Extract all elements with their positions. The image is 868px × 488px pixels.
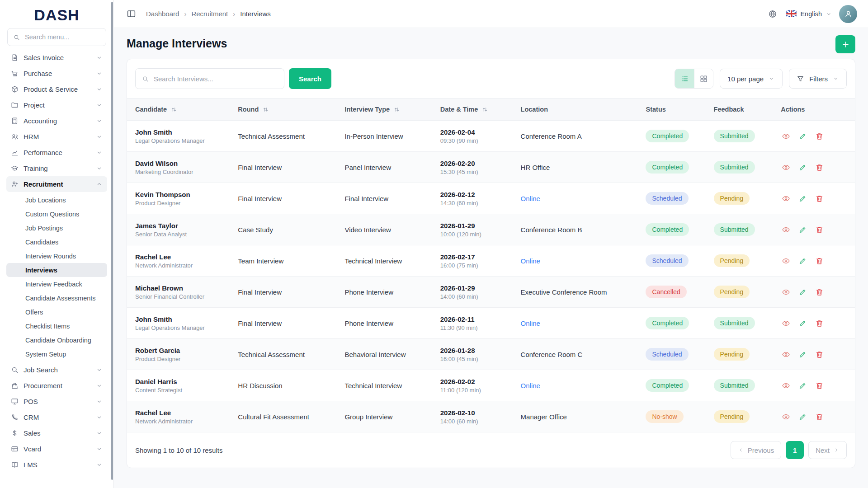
sidebar-item[interactable]: Sales bbox=[6, 425, 107, 441]
sidebar-item[interactable]: Recruitment bbox=[6, 176, 107, 192]
location-value: Manager Office bbox=[521, 413, 567, 421]
delete-button[interactable] bbox=[814, 193, 825, 204]
eye-icon bbox=[782, 350, 790, 359]
edit-button[interactable] bbox=[797, 318, 808, 328]
interviews-search-input[interactable] bbox=[153, 75, 278, 83]
delete-button[interactable] bbox=[814, 162, 825, 173]
sidebar-subitem[interactable]: System Setup bbox=[6, 347, 107, 361]
breadcrumb-item[interactable]: Interviews bbox=[228, 10, 271, 18]
sidebar-item[interactable]: Vcard bbox=[6, 441, 107, 457]
location-value[interactable]: Online bbox=[521, 382, 540, 389]
edit-button[interactable] bbox=[797, 349, 808, 360]
column-header[interactable]: Candidate bbox=[135, 106, 238, 113]
trash-icon bbox=[815, 413, 824, 421]
sidebar-toggle-button[interactable] bbox=[125, 7, 138, 20]
sidebar-subitem[interactable]: Offers bbox=[6, 305, 107, 319]
sidebar-subitem[interactable]: Interviews bbox=[6, 263, 107, 277]
delete-button[interactable] bbox=[814, 256, 825, 266]
funnel-icon bbox=[797, 75, 804, 83]
breadcrumb-item[interactable]: Recruitment bbox=[179, 10, 228, 18]
view-button[interactable] bbox=[781, 225, 791, 235]
location-value[interactable]: Online bbox=[521, 319, 540, 327]
sidebar-subitem[interactable]: Job Postings bbox=[6, 221, 107, 235]
language-selector[interactable]: English bbox=[786, 10, 832, 18]
edit-button[interactable] bbox=[797, 256, 808, 266]
column-header[interactable]: Round bbox=[238, 106, 344, 113]
view-button[interactable] bbox=[781, 256, 791, 266]
view-button[interactable] bbox=[781, 287, 791, 297]
status-cell: Completed bbox=[646, 223, 713, 236]
sidebar-subitem[interactable]: Job Locations bbox=[6, 193, 107, 207]
view-button[interactable] bbox=[781, 412, 791, 422]
view-button[interactable] bbox=[781, 131, 791, 141]
add-interview-button[interactable] bbox=[835, 35, 855, 53]
column-header[interactable]: Status bbox=[646, 106, 713, 113]
location-value[interactable]: Online bbox=[521, 257, 540, 265]
sidebar-item[interactable]: Product & Service bbox=[6, 81, 107, 97]
breadcrumb-item[interactable]: Dashboard bbox=[146, 10, 179, 18]
delete-button[interactable] bbox=[814, 380, 825, 391]
column-header[interactable]: Feedback bbox=[714, 106, 781, 113]
sidebar-item[interactable]: Job Search bbox=[6, 362, 107, 378]
delete-button[interactable] bbox=[814, 412, 825, 422]
delete-button[interactable] bbox=[814, 287, 825, 297]
sidebar-item[interactable]: POS bbox=[6, 394, 107, 409]
column-header[interactable]: Location bbox=[521, 106, 646, 113]
previous-page-button[interactable]: Previous bbox=[731, 441, 781, 459]
sidebar-search-input[interactable] bbox=[24, 33, 100, 41]
sidebar-item[interactable]: Accounting bbox=[6, 113, 107, 129]
edit-button[interactable] bbox=[797, 225, 808, 235]
delete-button[interactable] bbox=[814, 225, 825, 235]
delete-button[interactable] bbox=[814, 318, 825, 328]
sidebar-subitem[interactable]: Interview Feedback bbox=[6, 277, 107, 291]
feedback-badge: Pending bbox=[714, 410, 750, 423]
column-header[interactable]: Interview Type bbox=[344, 106, 440, 113]
sidebar-item[interactable]: Performance bbox=[6, 145, 107, 160]
filters-button[interactable]: Filters bbox=[789, 69, 847, 89]
sidebar-subitem[interactable]: Candidates bbox=[6, 235, 107, 249]
sidebar-scrollbar[interactable] bbox=[111, 2, 113, 480]
per-page-select[interactable]: 10 per page bbox=[720, 69, 783, 89]
edit-button[interactable] bbox=[797, 287, 808, 297]
sidebar-item[interactable]: HRM bbox=[6, 129, 107, 145]
user-avatar[interactable] bbox=[839, 5, 857, 23]
column-header[interactable]: Actions bbox=[781, 106, 847, 113]
search-button[interactable]: Search bbox=[289, 68, 331, 89]
interview-time: 10:00 (120 min) bbox=[440, 231, 521, 238]
edit-button[interactable] bbox=[797, 131, 808, 141]
edit-button[interactable] bbox=[797, 193, 808, 204]
globe-icon-button[interactable] bbox=[766, 8, 779, 20]
sidebar-item[interactable]: CRM bbox=[6, 409, 107, 425]
view-button[interactable] bbox=[781, 349, 791, 360]
sidebar-item[interactable]: Sales Invoice bbox=[6, 50, 107, 66]
sidebar-item[interactable]: Training bbox=[6, 160, 107, 176]
app-logo[interactable]: DASH bbox=[5, 0, 108, 28]
sidebar-item[interactable]: Procurement bbox=[6, 378, 107, 394]
edit-button[interactable] bbox=[797, 380, 808, 391]
location-value: HR Office bbox=[521, 164, 550, 171]
grid-view-button[interactable] bbox=[694, 69, 713, 88]
sidebar-subitem[interactable]: Interview Rounds bbox=[6, 249, 107, 263]
view-button[interactable] bbox=[781, 318, 791, 328]
sidebar-item[interactable]: LMS bbox=[6, 457, 107, 473]
delete-button[interactable] bbox=[814, 131, 825, 141]
view-button[interactable] bbox=[781, 162, 791, 173]
view-button[interactable] bbox=[781, 193, 791, 204]
sidebar-subitem[interactable]: Candidate Assessments bbox=[6, 291, 107, 305]
sidebar-subitem[interactable]: Checklist Items bbox=[6, 319, 107, 333]
view-button[interactable] bbox=[781, 380, 791, 391]
pencil-icon bbox=[798, 319, 807, 328]
sidebar-item[interactable]: Project bbox=[6, 97, 107, 113]
page-number-button[interactable]: 1 bbox=[786, 441, 804, 459]
training-icon bbox=[11, 164, 19, 172]
list-view-button[interactable] bbox=[675, 69, 694, 88]
sidebar-item[interactable]: Purchase bbox=[6, 66, 107, 81]
next-page-button[interactable]: Next bbox=[808, 441, 847, 459]
edit-button[interactable] bbox=[797, 162, 808, 173]
sidebar-subitem[interactable]: Custom Questions bbox=[6, 207, 107, 221]
delete-button[interactable] bbox=[814, 349, 825, 360]
column-header[interactable]: Date & Time bbox=[440, 106, 521, 113]
edit-button[interactable] bbox=[797, 412, 808, 422]
location-value[interactable]: Online bbox=[521, 195, 540, 202]
sidebar-subitem[interactable]: Candidate Onboarding bbox=[6, 333, 107, 347]
